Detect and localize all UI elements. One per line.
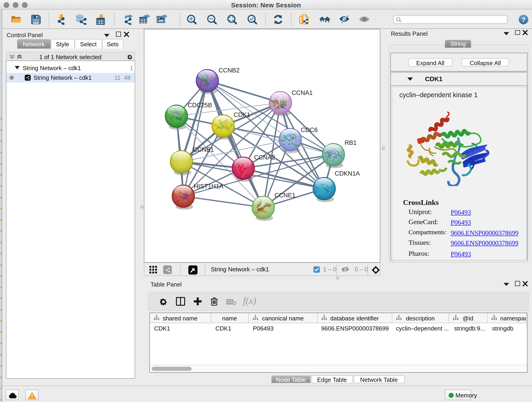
svg-text:CCNA1: CCNA1 (292, 89, 313, 96)
svg-text:CDKN1A: CDKN1A (335, 170, 360, 177)
svg-text:CDC25B: CDC25B (188, 102, 212, 109)
svg-text:CCNB2: CCNB2 (219, 67, 240, 74)
svg-text:CDK1: CDK1 (234, 111, 250, 118)
svg-text:RB1: RB1 (345, 139, 357, 146)
svg-text:CCNA2: CCNA2 (254, 154, 275, 161)
svg-text:CCNB1: CCNB1 (193, 146, 214, 153)
svg-text:HIST1H1A: HIST1H1A (194, 183, 223, 190)
svg-text:CCNE1: CCNE1 (274, 192, 296, 199)
svg-text:CDC6: CDC6 (301, 127, 318, 133)
